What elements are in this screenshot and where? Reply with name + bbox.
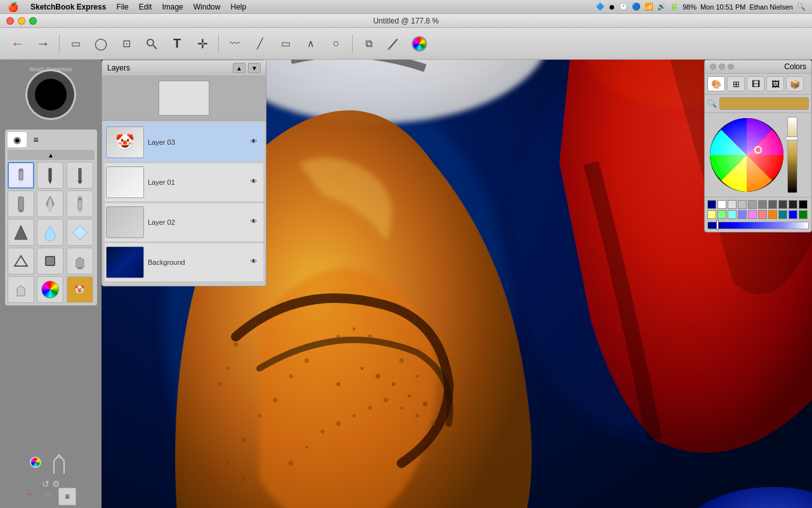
menu-image[interactable]: Image [157, 0, 188, 14]
colors-close-btn-3[interactable] [728, 64, 734, 70]
layer-move-up[interactable]: ▲ [233, 63, 246, 73]
tool-marker[interactable] [8, 190, 34, 217]
nav-back-arrow[interactable]: ← [25, 488, 37, 505]
tool-ink-pen[interactable] [37, 162, 63, 189]
zigzag-tool-button[interactable]: ∧ [299, 32, 322, 55]
color-tab-image[interactable]: 🖼 [766, 76, 784, 91]
pen-tool-button[interactable]: 〰 [223, 32, 246, 55]
color-swatch-8[interactable] [789, 200, 797, 209]
color-swatch-17[interactable] [778, 210, 787, 219]
color-gradient-bar[interactable] [707, 222, 809, 229]
color-swatch-7[interactable] [778, 200, 787, 209]
color-swatch-2[interactable] [728, 200, 737, 209]
layer-visibility-01[interactable]: 👁 [251, 178, 259, 187]
canvas-area[interactable]: Layers ▲ ▼ 🤡 Layer 03 👁 [102, 60, 812, 508]
color-selector[interactable] [30, 457, 41, 468]
layers-icon-button[interactable]: ⧉ [357, 32, 380, 55]
minimize-button[interactable] [18, 17, 25, 25]
crop-tool-button[interactable]: ⊡ [115, 32, 138, 55]
color-swatch-11[interactable] [717, 210, 726, 219]
colors-close-btn-2[interactable] [719, 64, 725, 70]
tool-scroll-up[interactable]: ▲ [8, 150, 95, 160]
color-swatch-4[interactable] [748, 200, 757, 209]
layer-visibility-bg[interactable]: 👁 [251, 258, 259, 267]
color-swatch-15[interactable] [758, 210, 767, 219]
nav-fwd-arrow[interactable]: → [42, 488, 53, 505]
color-swatch-12[interactable] [728, 210, 737, 219]
layer-visibility-03[interactable]: 👁 [251, 138, 259, 147]
color-swatch-14[interactable] [748, 210, 757, 219]
svg-point-58 [336, 382, 340, 386]
move-tool-button[interactable]: ✛ [191, 32, 214, 55]
tool-smudge[interactable] [37, 248, 63, 274]
brightness-slider-thumb[interactable] [785, 137, 798, 140]
redo-button[interactable]: → [32, 32, 55, 55]
color-swatch-1[interactable] [717, 200, 726, 209]
color-swatch-10[interactable] [707, 210, 716, 219]
color-swatch-18[interactable] [789, 210, 797, 219]
color-wheel[interactable] [709, 117, 785, 193]
layer-item-bg[interactable]: Background 👁 [105, 243, 263, 281]
layer-move-down[interactable]: ▼ [248, 63, 261, 73]
layer-item-03[interactable]: 🤡 Layer 03 👁 [105, 123, 263, 161]
search-icon[interactable]: 🔍 [797, 3, 806, 11]
svg-point-51 [383, 398, 388, 402]
color-swatch-preview[interactable] [719, 97, 809, 110]
lasso-tool-button[interactable]: ◯ [89, 32, 112, 55]
tool-color2[interactable] [37, 276, 63, 303]
menu-help[interactable]: Help [225, 0, 251, 14]
close-button[interactable] [6, 17, 14, 25]
gradient-bar-thumb[interactable] [716, 220, 719, 230]
menu-file[interactable]: File [111, 0, 133, 14]
tool-ruler-pen[interactable] [67, 190, 93, 217]
color-brightness-slider[interactable] [787, 117, 797, 193]
color-tab-crayon[interactable]: 📦 [786, 76, 804, 91]
text-tool-button[interactable]: T [166, 32, 188, 55]
tool-fill[interactable] [8, 276, 34, 303]
color-swatch-0[interactable] [707, 200, 716, 209]
apple-menu[interactable]: 🍎 [0, 2, 25, 12]
layer-item-02[interactable]: Layer 02 👁 [105, 203, 263, 241]
rect-tool-button[interactable]: ▭ [274, 32, 297, 55]
zoom-tool-button[interactable] [140, 32, 163, 55]
tool-pencil2[interactable] [37, 190, 63, 217]
brush-properties-widget[interactable]: Brush Properties [22, 66, 79, 123]
tool-extra[interactable]: 🤡 [67, 276, 93, 303]
menu-edit[interactable]: Edit [134, 0, 157, 14]
tool-tab-settings[interactable]: ≡ [27, 132, 46, 147]
ellipse-tool-button[interactable]: ○ [325, 32, 348, 55]
color-wheel-button[interactable] [408, 32, 431, 55]
color-tab-swatches[interactable]: ⊞ [727, 76, 745, 91]
color-swatch-6[interactable] [768, 200, 777, 209]
color-swatch-19[interactable] [799, 210, 808, 219]
tool-waterdrop[interactable] [37, 219, 63, 246]
color-swatch-3[interactable] [738, 200, 747, 209]
tool-triangle[interactable] [8, 219, 34, 246]
tool-triangle2[interactable] [8, 248, 34, 274]
brush-tool-button[interactable] [383, 32, 405, 55]
color-tab-wheel[interactable]: 🎨 [707, 76, 725, 91]
undo-button[interactable]: ← [6, 32, 29, 55]
tool-calligraphy[interactable] [67, 162, 93, 189]
colors-close-btn-1[interactable] [710, 64, 716, 70]
tool-diamond[interactable] [67, 219, 93, 246]
color-swatch-16[interactable] [768, 210, 777, 219]
layers-list: 🤡 Layer 03 👁 Layer 01 👁 [102, 121, 266, 286]
tool-tab-brush[interactable]: ◉ [8, 132, 27, 147]
color-tab-palette[interactable]: 🎞 [747, 76, 764, 91]
tool-bucket[interactable] [67, 248, 93, 274]
select-tool-button[interactable]: ▭ [64, 32, 87, 55]
color-swatch-9[interactable] [799, 200, 808, 209]
layer-visibility-02[interactable]: 👁 [251, 218, 259, 227]
color-swatch-13[interactable] [738, 210, 747, 219]
menu-window[interactable]: Window [188, 0, 226, 14]
line-tool-button[interactable]: ╱ [249, 32, 272, 55]
svg-point-63 [422, 401, 427, 406]
color-swatch-5[interactable] [758, 200, 767, 209]
maximize-button[interactable] [29, 17, 37, 25]
layer-item-01[interactable]: Layer 01 👁 [105, 163, 263, 201]
svg-marker-13 [78, 210, 82, 213]
pen-tool-icon[interactable] [46, 450, 72, 475]
tool-pencil[interactable] [8, 162, 34, 189]
nav-panel-btn[interactable]: ≡ [58, 488, 76, 505]
